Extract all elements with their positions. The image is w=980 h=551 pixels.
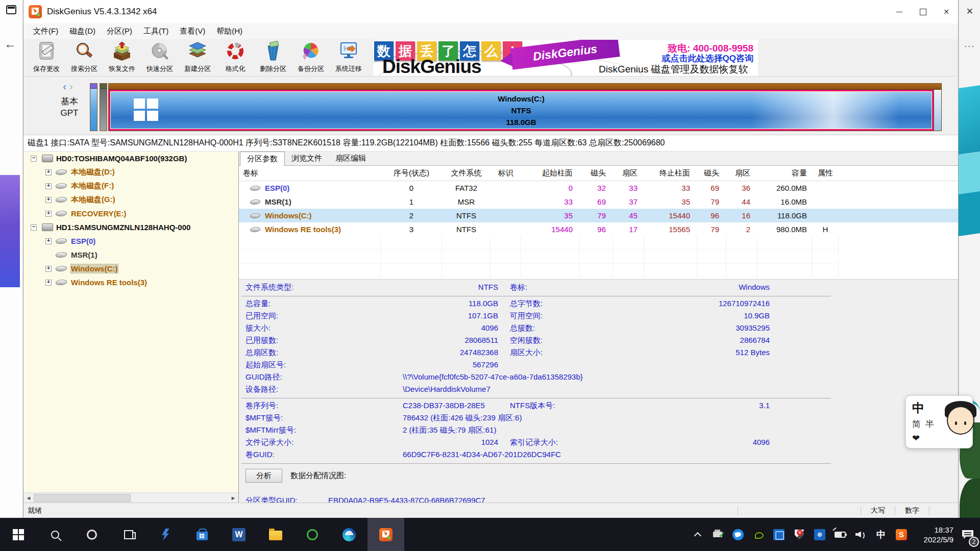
green-browser-icon[interactable] <box>294 518 331 551</box>
scroll-left-icon[interactable]: ◄ <box>23 493 34 503</box>
tree-item-5[interactable]: −HD1:SAMSUNGMZNLN128HAHQ-000 <box>23 220 238 234</box>
store-icon[interactable] <box>184 518 220 551</box>
tree-item-8[interactable]: +Windows(C:) <box>23 262 238 276</box>
ime-mode-chinese[interactable]: 中 <box>912 400 924 416</box>
tab-1[interactable]: 浏览文件 <box>285 152 329 165</box>
column-header-7[interactable]: 终止柱面 <box>645 166 697 181</box>
taskbar-clock[interactable]: 18:37 2022/5/9 <box>912 518 955 551</box>
partition-bar-windows-c[interactable]: Windows(C:) NTFS 118.0GB <box>109 90 934 131</box>
toolbar-button-1[interactable]: 搜索分区 <box>65 41 103 76</box>
sogou-icon[interactable]: S <box>891 518 912 551</box>
column-header-10[interactable]: 容量 <box>757 166 812 181</box>
analyze-button[interactable]: 分析 <box>246 469 282 483</box>
table-row-2[interactable]: Windows(C:)2NTFS357945154409616118.0GB <box>239 209 958 222</box>
speaker-icon[interactable] <box>850 518 871 551</box>
start-icon[interactable] <box>0 518 37 551</box>
collapse-icon[interactable]: − <box>31 224 37 231</box>
expand-icon[interactable]: + <box>45 238 52 244</box>
toolbar-button-8[interactable]: 系统迁移 <box>330 41 368 76</box>
tree-item-1[interactable]: +本地磁盘(D:) <box>23 165 238 179</box>
column-header-2[interactable]: 文件系统 <box>442 166 491 181</box>
toolbar-button-5[interactable]: 格式化 <box>216 41 254 76</box>
toolbar-button-7[interactable]: 备份分区 <box>292 41 330 76</box>
toolbar-button-2[interactable]: 恢复文件 <box>103 41 141 76</box>
tree-horizontal-scrollbar[interactable]: ◄ ► <box>23 492 238 503</box>
toolbar-button-4[interactable]: 新建分区 <box>179 41 216 76</box>
toolbar-button-3[interactable]: 快速分区 <box>141 41 179 76</box>
toolbar-button-6[interactable]: 删除分区 <box>254 41 292 76</box>
scrollbar-thumb[interactable] <box>34 494 131 502</box>
back-arrow-icon[interactable]: ← <box>4 37 16 51</box>
menu-item-2[interactable]: 分区(P) <box>101 24 138 38</box>
tree-item-4[interactable]: +RECOVERY(E:) <box>23 207 238 220</box>
ime-zh-icon[interactable]: 中 <box>871 518 891 551</box>
table-row-1[interactable]: MSR(1)1MSR33693735794416.0MB <box>239 195 958 209</box>
dingtalk-icon[interactable] <box>728 518 748 551</box>
menu-item-0[interactable]: 文件(F) <box>28 24 64 38</box>
column-header-1[interactable]: 序号(状态) <box>381 166 442 181</box>
intel-gpu-icon[interactable] <box>769 518 789 551</box>
column-header-5[interactable]: 磁头 <box>580 166 613 181</box>
tree-item-2[interactable]: +本地磁盘(F:) <box>23 179 238 193</box>
menu-item-3[interactable]: 工具(T) <box>138 24 174 38</box>
expand-icon[interactable]: + <box>45 197 52 203</box>
action-center-icon[interactable]: 2 <box>955 518 980 551</box>
column-header-4[interactable]: 起始柱面 <box>521 166 580 181</box>
column-header-8[interactable]: 磁头 <box>697 166 726 181</box>
close-icon[interactable]: ✕ <box>966 6 973 17</box>
column-header-3[interactable]: 标识 <box>491 166 521 181</box>
prev-disk-icon[interactable]: ‹ <box>63 81 69 92</box>
expand-icon[interactable]: + <box>45 280 52 286</box>
diskgenius-icon[interactable] <box>368 518 404 551</box>
expand-icon[interactable]: + <box>45 266 52 272</box>
table-row-0[interactable]: ESP(0)0FAT3203233336936260.0MB <box>239 181 958 195</box>
minimize-icon[interactable] <box>888 0 911 23</box>
toolbar-button-0[interactable]: 保存更改 <box>28 41 65 76</box>
security-shield-icon[interactable]: ✕ <box>789 518 810 551</box>
column-header-11[interactable]: 属性 <box>812 166 839 181</box>
task-view-icon[interactable] <box>110 518 147 551</box>
partition-bar-re-tools[interactable] <box>934 90 941 131</box>
tree-item-3[interactable]: +本地磁盘(G:) <box>23 193 238 207</box>
tab-2[interactable]: 扇区编辑 <box>329 152 373 165</box>
column-header-6[interactable]: 扇区 <box>613 166 645 181</box>
tree-item-9[interactable]: +Windows RE tools(3) <box>23 276 238 289</box>
search-icon[interactable] <box>37 518 74 551</box>
collapse-icon[interactable]: − <box>31 156 37 162</box>
snowflake-icon[interactable]: ❄ <box>810 518 830 551</box>
edge-icon[interactable] <box>331 518 368 551</box>
scroll-right-icon[interactable]: ► <box>228 493 238 503</box>
partition-bar-msr[interactable] <box>100 83 107 131</box>
heart-icon[interactable]: ❤ <box>912 433 920 444</box>
close-icon[interactable] <box>935 0 958 23</box>
partition-bar-esp[interactable] <box>90 83 97 131</box>
tab-0[interactable]: 分区参数 <box>240 152 285 166</box>
cortana-icon[interactable] <box>74 518 110 551</box>
table-row-3[interactable]: Windows RE tools(3)3NTFS1544096171556579… <box>239 222 958 236</box>
printer-check-icon[interactable] <box>707 518 728 551</box>
tree-item-0[interactable]: −HD0:TOSHIBAMQ04ABF100(932GB) <box>23 152 238 165</box>
nvidia-icon[interactable] <box>748 518 769 551</box>
menu-item-5[interactable]: 帮助(H) <box>211 24 248 38</box>
lightning-icon[interactable] <box>147 518 184 551</box>
next-disk-icon[interactable]: › <box>69 81 76 92</box>
explorer-icon[interactable] <box>257 518 294 551</box>
more-menu-icon[interactable]: ··· <box>964 41 975 52</box>
ime-mode-halfwidth[interactable]: 半 <box>925 418 934 430</box>
ime-floating-widget[interactable]: 中 简 半 ❤ <box>905 395 973 448</box>
tree-item-6[interactable]: +ESP(0) <box>23 234 238 248</box>
ime-mode-simplified[interactable]: 简 <box>912 418 921 430</box>
word-icon[interactable]: W <box>220 518 257 551</box>
menu-item-4[interactable]: 查看(V) <box>174 24 211 38</box>
expand-icon[interactable]: + <box>45 211 52 217</box>
expand-icon[interactable]: + <box>45 169 52 176</box>
column-header-9[interactable]: 扇区 <box>726 166 757 181</box>
ad-banner[interactable]: 数据丢了怎么! DiskGenius DiskGenius DiskGenius… <box>373 40 758 76</box>
expand-icon[interactable]: + <box>45 183 52 189</box>
battery-icon[interactable] <box>830 518 850 551</box>
tray-chevron-icon[interactable] <box>690 518 707 551</box>
column-header-0[interactable]: 卷标 <box>239 166 381 181</box>
menu-item-1[interactable]: 磁盘(D) <box>64 24 101 38</box>
banner-qq-link[interactable]: 或点击此处选择QQ咨询 <box>662 53 753 64</box>
maximize-icon[interactable] <box>911 0 935 23</box>
